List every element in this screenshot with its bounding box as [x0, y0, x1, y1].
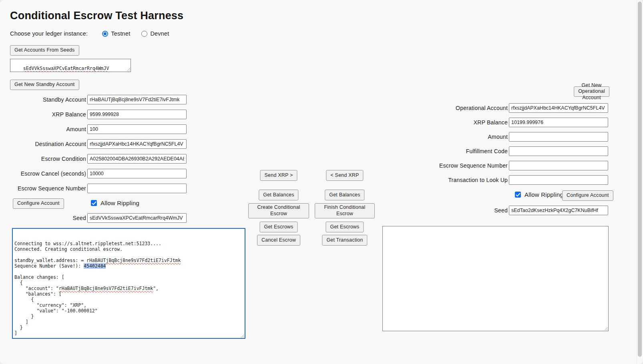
- standby-account-label: Standby Account: [10, 96, 86, 103]
- standby-get-escrows-button[interactable]: Get Escrows: [259, 222, 297, 232]
- operational-configure-account-button[interactable]: Configure Account: [562, 190, 613, 201]
- standby-escrow-sequence-row: Escrow Sequence Number: [10, 184, 187, 193]
- get-transaction-button[interactable]: Get Transaction: [322, 235, 367, 246]
- radio-testnet-label: Testnet: [111, 30, 130, 37]
- standby-destination-label: Destination Account: [10, 141, 86, 147]
- operational-seed-input[interactable]: [509, 206, 608, 215]
- standby-xrp-balance-row: XRP Balance: [10, 110, 187, 119]
- operational-xrp-balance-input[interactable]: [509, 118, 608, 127]
- standby-destination-row: Destination Account: [10, 139, 187, 149]
- standby-amount-input[interactable]: [87, 124, 187, 134]
- standby-get-balances-button[interactable]: Get Balances: [259, 190, 298, 200]
- seeds-textarea[interactable]: sEdVVkSsswaXPCvEatRmcarRrq4WmJV sEdTao2d…: [10, 59, 131, 72]
- operational-escrow-sequence-label: Escrow Sequence Number: [416, 162, 508, 169]
- operational-amount-input[interactable]: [509, 132, 608, 142]
- operational-fulfillment-code-input[interactable]: [509, 146, 608, 156]
- operational-transaction-lookup-row: Transaction to Look Up: [416, 175, 608, 185]
- operational-seed-label: Seed: [416, 207, 508, 214]
- radio-devnet[interactable]: Devnet: [141, 30, 169, 37]
- standby-account-row: Standby Account: [10, 95, 187, 104]
- operational-result-console[interactable]: [382, 226, 609, 331]
- standby-escrow-cancel-row: Escrow Cancel (seconds): [10, 169, 187, 178]
- standby-seed-row: Seed: [10, 213, 187, 223]
- standby-escrow-condition-label: Escrow Condition: [10, 156, 86, 162]
- radio-testnet-icon[interactable]: [102, 31, 108, 37]
- standby-xrp-balance-input[interactable]: [87, 110, 187, 119]
- operational-get-escrows-button[interactable]: Get Escrows: [326, 222, 364, 232]
- operational-account-input[interactable]: [509, 103, 608, 113]
- standby-amount-label: Amount: [10, 126, 86, 132]
- page-title: Conditional Escrow Test Harness: [10, 10, 183, 22]
- standby-escrow-condition-row: Escrow Condition: [10, 154, 187, 164]
- standby-destination-input[interactable]: [87, 139, 187, 149]
- operational-xrp-balance-label: XRP Balance: [416, 119, 508, 126]
- operational-fulfillment-code-label: Fulfillment Code: [416, 148, 508, 154]
- standby-seed-label: Seed: [10, 215, 86, 221]
- operational-amount-label: Amount: [416, 134, 508, 140]
- get-new-standby-account-button[interactable]: Get New Standby Account: [10, 80, 79, 90]
- get-accounts-from-seeds-button[interactable]: Get Accounts From Seeds: [10, 45, 79, 56]
- finish-conditional-escrow-button[interactable]: Finish Conditional Escrow: [315, 203, 375, 218]
- operational-escrow-sequence-input[interactable]: [509, 161, 608, 170]
- standby-seed-input[interactable]: [87, 213, 187, 223]
- operational-get-balances-button[interactable]: Get Balances: [325, 190, 364, 200]
- standby-amount-row: Amount: [10, 124, 187, 134]
- standby-allow-rippling-label: Allow Rippling: [100, 200, 139, 206]
- resize-handle-icon[interactable]: [126, 67, 130, 71]
- operational-account-row: Operational Account: [416, 103, 608, 113]
- standby-escrow-sequence-input[interactable]: [87, 184, 187, 193]
- standby-allow-rippling-checkbox-icon[interactable]: [91, 200, 97, 206]
- vertical-scrollbar-track[interactable]: [637, 0, 643, 364]
- standby-escrow-cancel-input[interactable]: [87, 169, 187, 178]
- operational-allow-rippling-checkbox-icon[interactable]: [515, 192, 521, 198]
- standby-xrp-balance-label: XRP Balance: [10, 111, 86, 118]
- conditional-escrow-test-harness-window: Conditional Escrow Test Harness Choose y…: [0, 0, 643, 364]
- operational-amount-row: Amount: [416, 132, 608, 142]
- get-new-operational-account-button[interactable]: Get New Operational Account: [574, 86, 609, 97]
- send-xrp-standby-to-operational-button[interactable]: Send XRP >: [260, 170, 297, 181]
- seed-line-1: sEdVVkSsswaXPCvEatRmcarRrq4WmJV: [23, 66, 109, 71]
- standby-escrow-sequence-label: Escrow Sequence Number: [10, 185, 86, 192]
- standby-result-console[interactable]: Connecting to wss://s.altnet.rippletest.…: [12, 228, 245, 339]
- operational-transaction-lookup-label: Transaction to Look Up: [416, 177, 508, 183]
- vertical-scrollbar-thumb[interactable]: [638, 2, 642, 357]
- radio-devnet-icon[interactable]: [141, 31, 147, 37]
- standby-result-text: Connecting to wss://s.altnet.rippletest.…: [14, 241, 243, 336]
- ledger-chooser-label: Choose your ledger instance:: [10, 30, 88, 37]
- operational-escrow-sequence-row: Escrow Sequence Number: [416, 161, 608, 170]
- standby-escrow-cancel-label: Escrow Cancel (seconds): [10, 170, 86, 177]
- create-conditional-escrow-button[interactable]: Create Conditional Escrow: [248, 203, 309, 218]
- operational-account-label: Operational Account: [416, 105, 508, 111]
- operational-allow-rippling-label: Allow Rippling: [524, 191, 563, 198]
- operational-seed-row: Seed: [416, 206, 608, 215]
- cancel-escrow-button[interactable]: Cancel Escrow: [257, 235, 300, 246]
- standby-escrow-condition-input[interactable]: [87, 154, 187, 164]
- operational-transaction-lookup-input[interactable]: [509, 175, 608, 185]
- operational-xrp-balance-row: XRP Balance: [416, 118, 608, 127]
- standby-account-input[interactable]: [87, 95, 187, 104]
- standby-configure-account-button[interactable]: Configure Account: [13, 198, 64, 209]
- operational-fulfillment-code-row: Fulfillment Code: [416, 146, 608, 156]
- standby-allow-rippling[interactable]: Allow Rippling: [91, 200, 139, 206]
- resize-handle-icon[interactable]: [604, 326, 608, 330]
- operational-allow-rippling[interactable]: Allow Rippling: [515, 191, 563, 198]
- radio-testnet[interactable]: Testnet: [102, 30, 130, 37]
- radio-devnet-label: Devnet: [150, 30, 169, 37]
- ledger-chooser: Choose your ledger instance: Testnet Dev…: [10, 30, 169, 37]
- send-xrp-operational-to-standby-button[interactable]: < Send XRP: [326, 170, 363, 181]
